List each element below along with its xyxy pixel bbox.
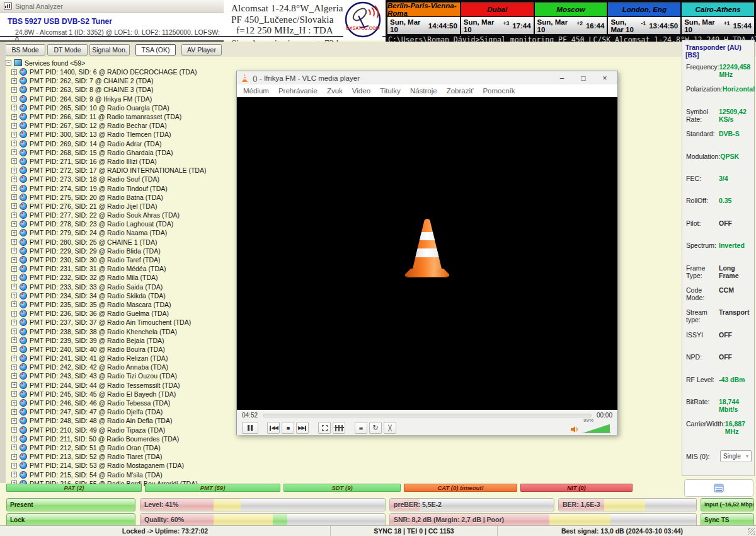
loop-button[interactable]: ↻ xyxy=(369,422,382,434)
service-item[interactable]: +PMT PID: 280, SID: 25 @ CHAINE 1 (TDA) xyxy=(6,238,232,247)
service-item[interactable]: +PMT PID: 240, SID: 40 @ Radio Bouira (T… xyxy=(6,345,232,354)
clock-date: Sun, Mar 10 xyxy=(464,18,503,33)
equalizer-button[interactable] xyxy=(333,422,345,434)
service-item[interactable]: +PMT PID: 278, SID: 23 @ Radio Laghouat … xyxy=(6,219,232,228)
service-icon xyxy=(20,86,27,93)
service-item[interactable]: +PMT PID: 236, SID: 36 @ Radio Guelma (T… xyxy=(6,309,232,318)
service-item[interactable]: +PMT PID: 238, SID: 38 @ Radio Khenchela… xyxy=(6,327,232,335)
service-item[interactable]: +PMT PID: 267, SID: 12 @ Radio Bechar (T… xyxy=(6,121,232,130)
next-button[interactable]: ▶▶ xyxy=(296,422,309,434)
volume-slider[interactable] xyxy=(582,424,611,433)
service-item[interactable]: +PMT PID: 233, SID: 33 @ Radio Saida (TD… xyxy=(6,283,232,291)
service-item[interactable]: +PMT PID: 246, SID: 46 @ Radio Tebessa (… xyxy=(6,399,232,407)
services-root-node[interactable]: − Services found <59> xyxy=(6,58,232,67)
vlc-menu-prehr-vanie[interactable]: Prehrávanie xyxy=(278,87,318,95)
service-item[interactable]: +PMT PID: 272, SID: 17 @ RADIO INTERNATI… xyxy=(6,166,232,175)
service-item[interactable]: +PMT PID: 214, SID: 53 @ Radio Mostagane… xyxy=(6,461,232,470)
service-item[interactable]: +PMT PID: 212, SID: 51 @ Radio Oran (TDA… xyxy=(6,443,232,452)
table-view-button[interactable] xyxy=(684,479,753,497)
table-status-bar-nit-0-: NIT (0) xyxy=(520,484,633,492)
shuffle-button[interactable]: ╳ xyxy=(384,422,396,434)
service-item[interactable]: +PMT PID: 275, SID: 20 @ Radio Batna (TD… xyxy=(6,193,232,202)
service-item[interactable]: +PMT PID: 244, SID: 44 @ Radio Tessemssi… xyxy=(6,381,232,390)
service-item[interactable]: +PMT PID: 266, SID: 11 @ Radio tamanrass… xyxy=(6,112,232,121)
vlc-video-area[interactable] xyxy=(237,97,617,410)
service-label: PMT PID: 233, SID: 33 @ Radio Saida (TDA… xyxy=(30,283,163,291)
service-item[interactable]: +PMT PID: 300, SID: 13 @ Radio Tlemcen (… xyxy=(6,130,232,139)
tab-tsa-ok-[interactable]: TSA (OK) xyxy=(135,44,176,55)
service-label: PMT PID: 237, SID: 37 @ Radio Ain Timouc… xyxy=(30,318,191,326)
vlc-menu-video[interactable]: Video xyxy=(352,87,370,95)
service-item[interactable]: +PMT PID: 215, SID: 54 @ Radio M'sila (T… xyxy=(6,470,232,479)
service-item[interactable]: +PMT PID: 234, SID: 34 @ Radio Skikda (T… xyxy=(6,291,232,300)
service-item[interactable]: +PMT PID: 276, SID: 21 @ Radio Jijel (TD… xyxy=(6,202,232,211)
vlc-menu-zvuk[interactable]: Zvuk xyxy=(327,87,343,95)
service-item[interactable]: +PMT PID: 245, SID: 45 @ Radio El Bayedh… xyxy=(6,390,232,399)
volume-control[interactable]: 99% xyxy=(570,424,611,433)
service-item[interactable]: +PMT PID: 269, SID: 14 @ Radio Adrar (TD… xyxy=(6,139,232,148)
service-item[interactable]: +PMT PID: 273, SID: 18 @ Radio Souf (TDA… xyxy=(6,175,232,184)
meter-label: BER: 1,6E-3 xyxy=(559,499,696,511)
collapse-icon[interactable]: − xyxy=(6,60,11,66)
service-item[interactable]: +PMT PID: 247, SID: 47 @ Radio Djelfa (T… xyxy=(6,407,232,416)
playlist-button[interactable]: ≡ xyxy=(355,422,367,434)
vlc-cone-logo xyxy=(403,217,452,277)
mis-dropdown[interactable]: Single ▾ xyxy=(720,450,752,462)
service-item[interactable]: +PMT PID: 229, SID: 29 @ Radio Blida (TD… xyxy=(6,247,232,255)
vlc-menu-m-dium[interactable]: Médium xyxy=(243,87,269,95)
clock-value: 15:44 xyxy=(733,22,752,30)
service-item[interactable]: +PMT PID: 231, SID: 31 @ Radio Médéa (TD… xyxy=(6,264,232,273)
service-item[interactable]: +PMT PID: 1400, SID: 6 @ RADIO DECROCHAG… xyxy=(6,67,232,76)
service-item[interactable]: +PMT PID: 263, SID: 8 @ CHAINE 3 (TDA) xyxy=(6,85,232,94)
service-icon xyxy=(20,149,27,156)
service-item[interactable]: +PMT PID: 279, SID: 24 @ Radio Naama (TD… xyxy=(6,228,232,237)
service-item[interactable]: +PMT PID: 235, SID: 35 @ Radio Mascara (… xyxy=(6,300,232,309)
vlc-titlebar[interactable]: () - Ifrikya FM - VLC media player – □ × xyxy=(237,71,617,84)
tab-bs-mode[interactable]: BS Mode xyxy=(5,44,45,55)
vlc-menu-pomocn-k[interactable]: Pomocník xyxy=(483,87,515,95)
fullscreen-button[interactable] xyxy=(318,422,331,434)
transponder-row: FEC:3/4 xyxy=(686,175,752,182)
previous-button[interactable]: ◀◀ xyxy=(267,422,280,434)
service-item[interactable]: +PMT PID: 243, SID: 43 @ Radio Tizi Ouzo… xyxy=(6,371,232,380)
service-item[interactable]: +PMT PID: 213, SID: 52 @ Radio Tiaret (T… xyxy=(6,452,232,461)
service-item[interactable]: +PMT PID: 277, SID: 22 @ Radio Souk Ahra… xyxy=(6,211,232,219)
service-label: PMT PID: 241, SID: 41 @ Radio Relizan (T… xyxy=(30,354,168,362)
tab-dt-mode[interactable]: DT Mode xyxy=(47,44,88,55)
service-item[interactable]: +PMT PID: 211, SID: 50 @ Radio Boumerdes… xyxy=(6,434,232,443)
vlc-menu-n-stroje[interactable]: Nástroje xyxy=(410,87,437,95)
service-icon xyxy=(20,95,27,103)
seek-bar[interactable] xyxy=(263,414,592,417)
tab-signal-mon-[interactable]: Signal Mon. xyxy=(89,44,130,55)
status-bar: Locked -> Uptime: 73:27:02 SYNC 18 | TEI… xyxy=(0,525,756,536)
vlc-menu-titulky[interactable]: Titulky xyxy=(380,87,401,95)
service-icon xyxy=(20,274,27,281)
service-item[interactable]: +PMT PID: 265, SID: 10 @ Radio Ouargla (… xyxy=(6,103,232,112)
maximize-button[interactable]: □ xyxy=(575,74,592,83)
service-icon xyxy=(20,354,27,362)
service-item[interactable]: +PMT PID: 271, SID: 16 @ Radio Illizi (T… xyxy=(6,157,232,166)
minimize-button[interactable]: – xyxy=(553,74,571,83)
service-item[interactable]: +PMT PID: 241, SID: 41 @ Radio Relizan (… xyxy=(6,354,232,363)
service-item[interactable]: +PMT PID: 232, SID: 32 @ Radio Mila (TDA… xyxy=(6,273,232,282)
service-item[interactable]: +PMT PID: 262, SID: 7 @ CHAINE 2 (TDA) xyxy=(6,76,232,85)
pause-button[interactable] xyxy=(242,422,258,434)
service-item[interactable]: +PMT PID: 274, SID: 19 @ Radio Tindouf (… xyxy=(6,184,232,192)
service-label: PMT PID: 268, SID: 15 @ Radio Ghardaia (… xyxy=(30,149,173,156)
tab-av-player[interactable]: AV Player xyxy=(181,44,222,55)
resize-grip[interactable] xyxy=(748,528,755,535)
service-icon xyxy=(20,175,27,183)
service-item[interactable]: +PMT PID: 230, SID: 30 @ Radio Taref (TD… xyxy=(6,255,232,264)
stop-button[interactable]: ■ xyxy=(282,422,294,434)
clock-date: Sun, Mar 10 xyxy=(390,18,425,33)
service-item[interactable]: +PMT PID: 210, SID: 49 @ Radio Tipaza (T… xyxy=(6,426,232,434)
close-button[interactable]: × xyxy=(596,74,614,83)
service-item[interactable]: +PMT PID: 268, SID: 15 @ Radio Ghardaia … xyxy=(6,148,232,157)
vlc-menu-zobrazi-[interactable]: Zobraziť xyxy=(447,87,474,95)
service-item[interactable]: +PMT PID: 239, SID: 39 @ Radio Bejaia (T… xyxy=(6,336,232,345)
service-item[interactable]: +PMT PID: 242, SID: 42 @ Radio Annaba (T… xyxy=(6,363,232,371)
service-item[interactable]: +PMT PID: 237, SID: 37 @ Radio Ain Timou… xyxy=(6,318,232,327)
service-item[interactable]: +PMT PID: 248, SID: 48 @ Radio Ain Defla… xyxy=(6,416,232,425)
service-item[interactable]: +PMT PID: 264, SID: 9 @ Ifrikya FM (TDA) xyxy=(6,95,232,103)
sync-ts-indicator: Sync TS xyxy=(701,513,754,527)
